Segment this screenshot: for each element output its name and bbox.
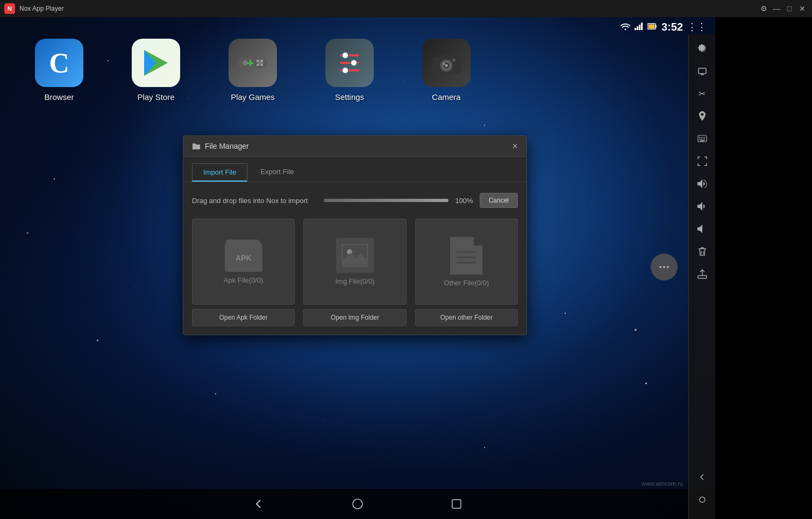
android-screen: ⚡ 3:52 ⋮⋮ C Browser Play Store bbox=[0, 17, 715, 519]
sidebar-keyboard-icon[interactable] bbox=[693, 129, 712, 148]
svg-point-34 bbox=[659, 266, 661, 268]
fm-import-area: Drag and drop files into Nox to import 1… bbox=[183, 182, 526, 213]
svg-point-22 bbox=[342, 67, 348, 74]
fm-img-section: Img File(0/0) Open Img Folder bbox=[303, 219, 406, 326]
file-manager-dialog: File Manager × Import File Export File D… bbox=[183, 135, 527, 335]
wifi-icon bbox=[621, 23, 630, 32]
other-file-icon bbox=[450, 237, 482, 275]
desktop-icon-playgames[interactable]: Play Games bbox=[226, 39, 280, 102]
sidebar-tv-icon[interactable] bbox=[693, 61, 712, 81]
svg-point-15 bbox=[257, 64, 259, 66]
titlebar-logo: N bbox=[4, 3, 15, 14]
titlebar-controls: ⚙ — □ ✕ bbox=[758, 3, 808, 14]
floating-action-button[interactable] bbox=[651, 254, 678, 280]
camera-label: Camera bbox=[432, 92, 460, 102]
right-sidebar: ✂ bbox=[688, 34, 715, 519]
open-apk-folder-button[interactable]: Open Apk Folder bbox=[192, 309, 295, 326]
svg-point-21 bbox=[351, 60, 357, 66]
sidebar-fullscreen-icon[interactable] bbox=[693, 152, 712, 171]
star bbox=[645, 383, 647, 384]
desktop-icon-browser[interactable]: C Browser bbox=[32, 39, 86, 102]
img-icon-box bbox=[336, 238, 374, 273]
fm-cancel-button[interactable]: Cancel bbox=[480, 193, 518, 208]
star bbox=[97, 340, 98, 341]
sidebar-scissors-icon[interactable]: ✂ bbox=[693, 84, 712, 103]
sidebar-volume-up-icon[interactable] bbox=[693, 174, 712, 193]
titlebar-title: Nox App Player bbox=[19, 5, 64, 12]
star bbox=[134, 286, 135, 286]
svg-rect-37 bbox=[699, 68, 706, 74]
titlebar: N Nox App Player ⚙ — □ ✕ bbox=[0, 0, 812, 17]
fm-progress-percent: 100% bbox=[455, 197, 473, 205]
battery-icon: ⚡ bbox=[647, 23, 657, 32]
sidebar-recents-nav-icon[interactable] bbox=[693, 513, 712, 519]
fm-file-type-grid: APK Apk File(0/0) Open Apk Folder bbox=[183, 213, 526, 335]
minimize-button[interactable]: — bbox=[771, 3, 782, 14]
playstore-label: Play Store bbox=[137, 92, 174, 102]
browser-label: Browser bbox=[44, 92, 74, 102]
playstore-icon bbox=[132, 39, 180, 87]
sidebar-back-nav-icon[interactable] bbox=[693, 467, 712, 487]
open-other-folder-button[interactable]: Open other Folder bbox=[415, 309, 518, 326]
fm-progress-fill bbox=[324, 199, 449, 202]
desktop-icon-playstore[interactable]: Play Store bbox=[129, 39, 183, 102]
desktop-icon-settings[interactable]: Settings bbox=[323, 39, 376, 102]
svg-rect-5 bbox=[656, 25, 657, 27]
desktop-icons: C Browser Play Store bbox=[32, 39, 473, 102]
folder-body: APK bbox=[225, 244, 262, 272]
nav-back-button[interactable] bbox=[252, 498, 265, 510]
sidebar-home-nav-icon[interactable] bbox=[693, 490, 712, 509]
star bbox=[484, 447, 485, 448]
browser-icon: C bbox=[35, 39, 83, 87]
svg-point-36 bbox=[667, 266, 669, 268]
star bbox=[323, 420, 323, 421]
apk-file-count: Apk File(0/0) bbox=[224, 276, 263, 284]
fm-apk-icon-box: APK Apk File(0/0) bbox=[192, 219, 295, 305]
tab-import-file[interactable]: Import File bbox=[192, 163, 247, 182]
sidebar-location-icon[interactable] bbox=[693, 106, 712, 126]
status-time: 3:52 bbox=[661, 21, 683, 33]
watermark: www.wincore.ru bbox=[642, 480, 683, 487]
android-navbar bbox=[0, 489, 715, 519]
svg-point-55 bbox=[353, 499, 362, 509]
sidebar-upload-icon[interactable] bbox=[693, 264, 712, 284]
svg-point-53 bbox=[700, 497, 705, 502]
svg-rect-1 bbox=[637, 26, 638, 30]
desktop-icon-camera[interactable]: Camera bbox=[419, 39, 473, 102]
star bbox=[54, 178, 55, 179]
svg-point-27 bbox=[452, 59, 455, 62]
svg-text:⚡: ⚡ bbox=[650, 25, 654, 30]
settings-label: Settings bbox=[335, 92, 364, 102]
sidebar-volume-down-icon[interactable] bbox=[693, 197, 712, 216]
svg-point-20 bbox=[342, 52, 348, 59]
settings-icon bbox=[325, 39, 374, 87]
nav-home-button[interactable] bbox=[351, 498, 364, 510]
sidebar-volume-mute-icon[interactable] bbox=[693, 219, 712, 239]
settings-button[interactable]: ⚙ bbox=[758, 3, 769, 14]
playgames-label: Play Games bbox=[231, 92, 275, 102]
svg-point-26 bbox=[445, 64, 448, 67]
fm-close-button[interactable]: × bbox=[512, 141, 518, 151]
sidebar-settings-icon[interactable] bbox=[693, 39, 712, 58]
fm-other-icon-box: Other File(0/0) bbox=[415, 219, 518, 305]
svg-point-35 bbox=[663, 266, 665, 268]
svg-rect-0 bbox=[635, 28, 636, 30]
tab-export-file[interactable]: Export File bbox=[250, 163, 304, 182]
nav-recents-button[interactable] bbox=[450, 498, 463, 510]
sidebar-trash-icon[interactable] bbox=[693, 242, 712, 261]
status-menu-button[interactable]: ⋮⋮ bbox=[687, 21, 707, 33]
camera-icon bbox=[422, 39, 471, 87]
svg-rect-56 bbox=[452, 500, 461, 508]
signal-icon bbox=[635, 23, 643, 32]
svg-point-13 bbox=[257, 60, 259, 62]
star bbox=[27, 232, 29, 234]
other-file-count: Other File(0/0) bbox=[444, 279, 489, 287]
open-img-folder-button[interactable]: Open Img Folder bbox=[303, 309, 406, 326]
svg-rect-52 bbox=[698, 276, 707, 278]
fm-apk-section: APK Apk File(0/0) Open Apk Folder bbox=[192, 219, 295, 326]
close-button[interactable]: ✕ bbox=[797, 3, 808, 14]
svg-point-28 bbox=[443, 63, 445, 65]
maximize-button[interactable]: □ bbox=[784, 3, 795, 14]
svg-point-16 bbox=[261, 64, 263, 66]
fm-img-icon-box: Img File(0/0) bbox=[303, 219, 406, 305]
